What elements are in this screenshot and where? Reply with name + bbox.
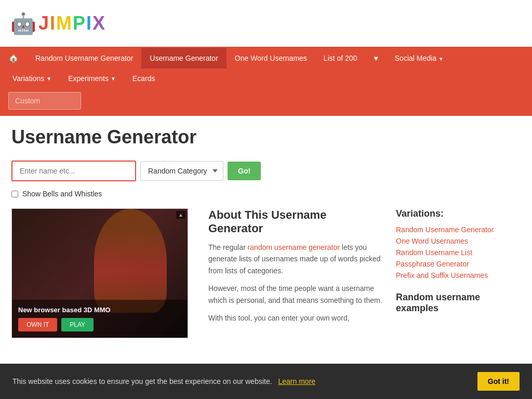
logo[interactable]: 🤖 JIMPIX (10, 11, 106, 36)
sidebar-link-random-username-generator[interactable]: Random Username Generator (396, 225, 494, 234)
logo-area: 🤖 JIMPIX (0, 0, 532, 47)
ad-play-button[interactable]: PLAY (61, 318, 94, 331)
about-title: About This Username Generator (208, 208, 383, 235)
page-content: Username Generator Random Category Anima… (1, 116, 531, 349)
ad-figure (94, 209, 167, 313)
left-column: ▲ New browser based 3D MMO OWN IT PLAY (11, 208, 196, 338)
ad-own-button[interactable]: OWN IT (18, 318, 57, 331)
center-column: About This Username Generator The regula… (208, 208, 383, 338)
social-media-dropdown-arrow: ▼ (438, 56, 444, 62)
examples-title: Random username examples (396, 292, 521, 314)
nav-custom-row (0, 88, 532, 116)
bells-checkbox[interactable] (11, 191, 18, 197)
ad-text-area: New browser based 3D MMO OWN IT PLAY (12, 300, 188, 338)
right-column: Variations: Random Username Generator On… (396, 208, 521, 338)
list-item: Passphrase Generator (396, 260, 521, 268)
nav-one-word-usernames[interactable]: One Word Usernames (227, 48, 315, 69)
monster-icon: 🤖 (10, 11, 36, 36)
nav-variations[interactable]: Variations ▼ (4, 69, 60, 88)
nav-top: 🏠 Random Username Generator Username Gen… (0, 47, 532, 69)
page-title: Username Generator (11, 126, 521, 148)
variations-dropdown-arrow: ▼ (46, 76, 51, 82)
random-username-link[interactable]: random username generator (247, 243, 339, 251)
navbar: 🏠 Random Username Generator Username Gen… (0, 47, 532, 116)
experiments-dropdown-arrow: ▼ (111, 76, 116, 82)
checkbox-row: Show Bells and Whistles (11, 190, 521, 198)
nav-experiments[interactable]: Experiments ▼ (60, 69, 124, 88)
sidebar-link-prefix-suffix[interactable]: Prefix and Suffix Usernames (396, 271, 488, 280)
variations-title: Variations: (396, 208, 521, 219)
home-nav-item[interactable]: 🏠 (0, 47, 27, 69)
sidebar-link-passphrase-generator[interactable]: Passphrase Generator (396, 260, 469, 268)
main-layout: ▲ New browser based 3D MMO OWN IT PLAY A… (11, 208, 521, 338)
variations-links: Random Username Generator One Word Usern… (396, 225, 521, 280)
nav-ecards[interactable]: Ecards (124, 69, 164, 88)
nav-social-media[interactable]: Social Media ▼ (387, 48, 452, 69)
custom-input[interactable] (8, 92, 81, 110)
name-input[interactable] (11, 161, 136, 181)
nav-random-username-generator[interactable]: Random Username Generator (27, 48, 141, 69)
list-item: Random Username List (396, 248, 521, 257)
ad-label: ▲ (176, 211, 185, 219)
go-button[interactable]: Go! (228, 162, 261, 180)
sidebar-link-random-username-list[interactable]: Random Username List (396, 248, 472, 257)
about-para3: With this tool, you can enter your own w… (208, 312, 383, 324)
list-item: Random Username Generator (396, 225, 521, 234)
ad-buttons: OWN IT PLAY (18, 318, 181, 331)
about-para1: The regular random username generator le… (208, 242, 383, 276)
bells-label[interactable]: Show Bells and Whistles (22, 190, 102, 198)
list-item: Prefix and Suffix Usernames (396, 271, 521, 280)
about-para2: However, most of the time people want a … (208, 283, 383, 306)
category-select[interactable]: Random Category Animals Colors Fantasy F… (140, 161, 223, 181)
sidebar-link-one-word-usernames[interactable]: One Word Usernames (396, 237, 468, 245)
ad-box: ▲ New browser based 3D MMO OWN IT PLAY (11, 208, 188, 338)
logo-text: JIMPIX (38, 12, 106, 34)
nav-heart[interactable]: ♥ (365, 48, 386, 69)
generator-form: Random Category Animals Colors Fantasy F… (11, 161, 521, 181)
nav-list-of-200[interactable]: List of 200 (315, 48, 366, 69)
ad-headline: New browser based 3D MMO (18, 306, 181, 314)
list-item: One Word Usernames (396, 237, 521, 245)
nav-username-generator[interactable]: Username Generator (141, 48, 227, 69)
nav-second-row: Variations ▼ Experiments ▼ Ecards (0, 69, 532, 88)
